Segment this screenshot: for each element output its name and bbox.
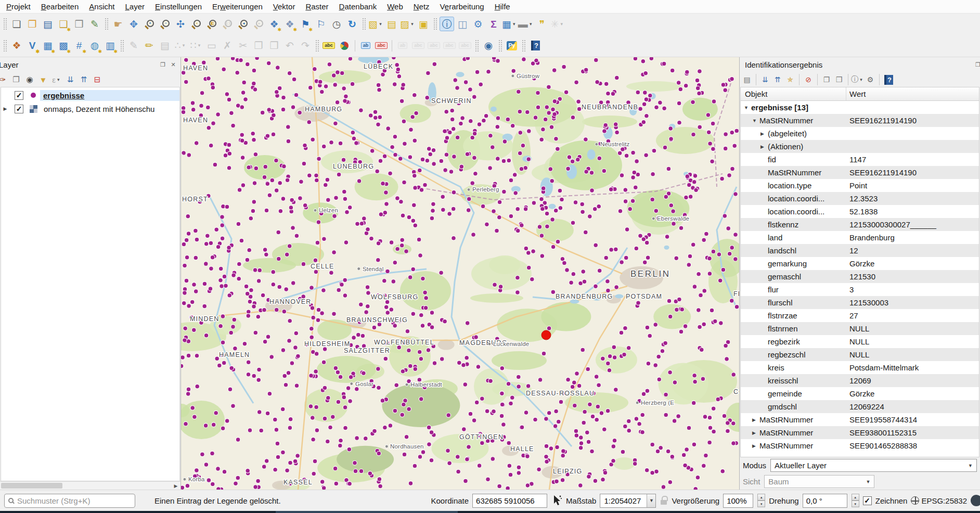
layers-panel-float-icon[interactable]: ❐ [159, 61, 167, 69]
new-print-layout-icon[interactable]: ❑ [56, 17, 71, 31]
rotation-spinner[interactable]: ▲▼ [852, 494, 859, 507]
zoom-to-selection-icon[interactable]: ◧ [204, 17, 219, 31]
change-label-properties-icon[interactable]: abc [442, 39, 457, 53]
expand-all-layers-icon[interactable]: ⇊ [63, 73, 77, 86]
identify-row[interactable]: ▼MaStRNummerSEE916211914190 [741, 114, 979, 127]
layer-row-ergebnisse[interactable]: ✓ergebnisse [1, 88, 179, 102]
show-layout-manager-icon[interactable]: ❒ [72, 17, 86, 31]
identify-form-view-icon[interactable]: ▤ [741, 73, 753, 86]
identify-row[interactable]: ▶MaStRNummerSEE938001152315 [741, 426, 979, 439]
deselect-features-icon[interactable]: ▨▾ [400, 17, 415, 31]
layers-panel-hscrollbar[interactable]: ▶ [0, 481, 180, 490]
menu-raster[interactable]: Raster [300, 1, 333, 12]
layer-diagram-options-icon[interactable] [337, 39, 352, 53]
layer-visibility-checkbox[interactable]: ✓ [15, 91, 23, 100]
menu-web[interactable]: Web [382, 1, 408, 12]
menu-netz[interactable]: Netz [408, 1, 435, 12]
magnifier-input[interactable] [723, 494, 753, 508]
expand-arrow-icon[interactable]: ▶ [1, 106, 9, 111]
identify-row[interactable]: flstnrzae27 [741, 309, 979, 322]
identify-row[interactable]: ▶(abgeleitet) [741, 127, 979, 140]
collapse-arrow-icon[interactable]: ▼ [752, 118, 759, 123]
new-map-view-icon[interactable]: ❖ [267, 17, 281, 31]
add-vector-layer-icon[interactable]: V [25, 39, 40, 53]
feature-action-icon[interactable]: ✳▾ [550, 17, 565, 31]
copy-feature-icon[interactable]: ❐ [820, 73, 833, 86]
help-contents-icon[interactable]: ? [528, 39, 543, 53]
expand-arrow-icon[interactable]: ▶ [760, 144, 768, 149]
search-input[interactable]: Suchmuster (Strg+K) [4, 494, 135, 508]
identify-mode-icon[interactable]: ⓘ▾ [851, 73, 864, 86]
new-3d-map-view-icon[interactable]: ❖ [282, 17, 297, 31]
render-checkbox[interactable]: ✓ [863, 496, 872, 505]
select-features-by-value-icon[interactable]: ▤ [384, 17, 399, 31]
identify-row[interactable]: location.typePoint [741, 179, 979, 192]
expand-arrow-icon[interactable]: ▶ [760, 131, 768, 136]
add-delimited-text-layer-icon[interactable]: # [72, 39, 86, 53]
cut-features-icon[interactable]: ✂ [236, 39, 250, 53]
highlight-pinned-labels-icon[interactable]: abc [374, 39, 389, 53]
redo-icon[interactable]: ↷ [298, 39, 313, 53]
crs-status[interactable]: EPSG:25832 [921, 496, 967, 505]
identify-row[interactable]: flstkennz12153000300027______ [741, 218, 979, 231]
expand-arrow-icon[interactable]: ▶ [752, 430, 759, 435]
menu-verarbeitung[interactable]: Verarbeitung [435, 1, 489, 12]
style-manager-icon[interactable]: ✎ [87, 17, 102, 31]
identify-row[interactable]: flur3 [741, 283, 979, 296]
zoom-native-icon[interactable]: 1:1 [220, 17, 235, 31]
identify-row[interactable]: regbezirkNULL [741, 335, 979, 348]
toggle-editing-icon[interactable]: ✏ [142, 39, 157, 53]
messages-icon[interactable] [971, 495, 980, 506]
zoom-last-icon[interactable]: ◂ [236, 17, 250, 31]
select-by-location-icon[interactable]: ▣ [416, 17, 431, 31]
menu-layer[interactable]: Layer [120, 1, 150, 12]
identify-help-icon[interactable]: ? [882, 73, 895, 86]
map-canvas[interactable]: BERLINHAVENLÜBECKHAMBURGSCHWERINNEUBRAND… [181, 57, 739, 490]
filter-by-expression-icon[interactable]: ε▾ [50, 73, 63, 86]
measure-icon[interactable]: ▬▾ [518, 17, 534, 31]
layer-name[interactable]: onmaps, Dezent mit Höhenschu [41, 104, 158, 114]
metasearch-icon[interactable]: ◉ [481, 39, 496, 53]
identify-row[interactable]: regbezschlNULL [741, 348, 979, 361]
menu-einstellungen[interactable]: Einstellungen [150, 1, 207, 12]
toolbar-handle[interactable] [475, 40, 479, 52]
zoom-to-layer-icon[interactable]: ▪ [189, 17, 203, 31]
sicht-combo[interactable]: Baum ▼ [764, 475, 874, 488]
paste-features-icon[interactable]: ❒ [267, 39, 281, 53]
chevron-down-icon[interactable]: ▼ [647, 494, 655, 507]
identify-features-icon[interactable]: ⓘ [440, 17, 454, 31]
current-edits-icon[interactable]: ✎ [126, 39, 141, 53]
add-virtual-layer-icon[interactable]: ▥ [103, 39, 118, 53]
identify-row[interactable]: kreisschl12069 [741, 374, 979, 387]
zoom-out-icon[interactable]: − [158, 17, 172, 31]
layer-name[interactable]: ergebnisse [40, 90, 179, 101]
temporal-controller-icon[interactable]: ◷ [329, 17, 344, 31]
add-mesh-layer-icon[interactable]: ▩ [56, 39, 71, 53]
menu-datenbank[interactable]: Datenbank [334, 1, 382, 12]
pin-labels-icon[interactable]: ab [358, 39, 373, 53]
identify-row[interactable]: landBrandenburg [741, 231, 979, 244]
add-postgis-layer-icon[interactable]: ◍ [87, 39, 102, 53]
rotate-label-icon[interactable]: abc [411, 39, 425, 53]
identify-row[interactable]: location.coordi...52.1838 [741, 205, 979, 218]
vertex-tool-icon[interactable]: ∷▾ [189, 39, 203, 53]
identify-row[interactable]: landschl12 [741, 244, 979, 257]
new-spatial-bookmark-icon[interactable]: ⚑ [298, 17, 313, 31]
modify-attributes-icon[interactable]: ▭ [204, 39, 219, 53]
print-response-icon[interactable]: ❒ [833, 73, 845, 86]
show-spatial-bookmarks-icon[interactable]: ⚐ [314, 17, 328, 31]
identify-row[interactable]: gmdschl12069224 [741, 400, 979, 413]
collapse-all-layers-icon[interactable]: ⇈ [77, 73, 91, 86]
collapse-all-results-icon[interactable]: ⇈ [771, 73, 784, 86]
identify-row[interactable]: ▶MaStRNummerSEE901465288838 [741, 439, 979, 452]
new-project-icon[interactable]: ❏ [9, 17, 24, 31]
layer-visibility-checkbox[interactable]: ✓ [15, 105, 23, 113]
identify-settings-icon[interactable]: ⚙ [864, 73, 876, 86]
toolbar-handle[interactable] [105, 18, 108, 30]
hscrollbar-thumb[interactable] [1, 483, 62, 489]
python-console-icon[interactable]: Py [505, 39, 519, 53]
undo-icon[interactable]: ↶ [282, 39, 297, 53]
filter-legend-icon[interactable]: ▼ [36, 73, 50, 86]
expand-new-results-icon[interactable]: ✯ [784, 73, 796, 86]
identify-row[interactable]: location.coordi...12.3523 [741, 192, 979, 205]
